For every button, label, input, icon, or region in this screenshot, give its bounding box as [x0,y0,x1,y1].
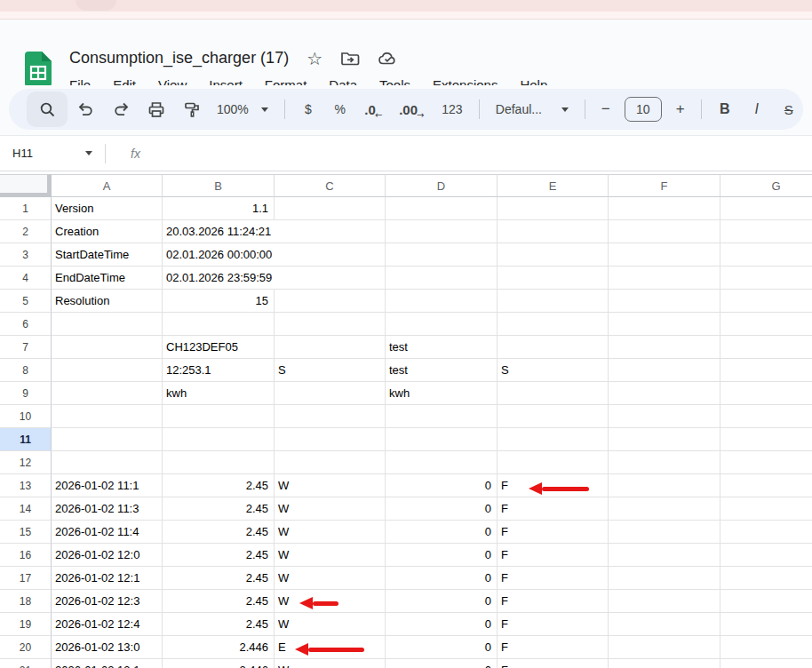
cell-B9[interactable]: kwh [163,382,275,405]
cell-B11[interactable] [163,428,275,451]
font-family-select[interactable]: Defaul... [487,102,577,116]
column-header-C[interactable]: C [275,174,386,197]
cell-C19[interactable]: W [275,613,386,636]
cell-F17[interactable] [609,567,720,590]
cell-D15[interactable]: 0 [386,521,498,544]
cell-A16[interactable]: 2026-01-02 12:0 [52,544,163,567]
select-all-corner[interactable] [0,174,52,197]
cell-D13[interactable]: 0 [386,474,498,497]
row-header-12[interactable]: 12 [0,451,52,474]
cell-C9[interactable] [275,382,386,405]
cell-E16[interactable]: F [498,544,609,567]
cell-C13[interactable]: W [275,474,386,497]
cell-D14[interactable]: 0 [386,497,498,521]
cell-D1[interactable] [386,197,498,220]
row-header-7[interactable]: 7 [0,336,52,359]
cell-C4[interactable] [275,266,386,290]
cell-G18[interactable] [720,590,812,613]
cell-G8[interactable] [720,359,812,382]
cell-E8[interactable]: S [498,359,609,382]
cell-F12[interactable] [609,451,720,474]
print-button[interactable] [139,91,174,127]
cell-D12[interactable] [386,451,498,474]
row-header-6[interactable]: 6 [0,313,52,336]
cell-D7[interactable]: test [386,336,498,359]
cell-F5[interactable] [609,290,720,313]
cell-G11[interactable] [720,428,812,451]
cell-B18[interactable]: 2.45 [163,590,275,613]
strikethrough-button[interactable]: S [773,91,803,127]
cell-C7[interactable] [275,336,386,359]
cell-G21[interactable] [720,659,812,668]
cell-A7[interactable] [52,336,163,359]
row-header-4[interactable]: 4 [0,266,52,290]
row-header-19[interactable]: 19 [0,613,52,636]
cell-D8[interactable]: test [386,359,498,382]
cell-E21[interactable]: F [498,659,609,668]
cell-D19[interactable]: 0 [386,613,498,636]
cell-B13[interactable]: 2.45 [163,474,275,497]
cell-F1[interactable] [609,197,720,220]
cell-A11[interactable] [52,428,163,451]
cell-F9[interactable] [609,382,720,405]
format-percent-button[interactable]: % [324,91,356,127]
cell-F15[interactable] [609,521,720,544]
cell-D16[interactable]: 0 [386,544,498,567]
cell-G4[interactable] [720,266,812,290]
cell-A15[interactable]: 2026-01-02 11:4 [52,521,163,544]
cell-B21[interactable]: 2.446 [163,659,275,668]
cell-F20[interactable] [609,636,720,659]
cell-A4[interactable]: EndDateTime [52,266,163,290]
cell-A12[interactable] [52,451,163,474]
cell-B15[interactable]: 2.45 [163,521,275,544]
cell-A3[interactable]: StartDateTime [52,243,163,266]
row-header-20[interactable]: 20 [0,636,52,659]
cell-C11[interactable] [275,428,386,451]
cell-C16[interactable]: W [275,544,386,567]
cell-A6[interactable] [52,313,163,336]
increase-decimal-button[interactable]: .00→ [392,91,433,127]
cell-F21[interactable] [609,659,720,668]
cell-C5[interactable] [275,290,386,313]
cell-E10[interactable] [498,405,609,428]
cloud-save-status[interactable] [378,51,399,66]
row-header-18[interactable]: 18 [0,590,52,613]
cell-E12[interactable] [498,451,609,474]
cell-B7[interactable]: CH123DEF05 [163,336,275,359]
undo-button[interactable] [68,91,103,127]
cell-B5[interactable]: 15 [163,290,275,313]
cell-E7[interactable] [498,336,609,359]
cell-A21[interactable]: 2026-01-02 13:1 [52,659,163,668]
cell-D11[interactable] [386,428,498,451]
star-button[interactable]: ☆ [306,50,322,68]
chevron-down-icon[interactable] [85,151,92,155]
cell-B2[interactable]: 20.03.2026 11:24:21 [163,220,275,243]
cell-G12[interactable] [720,451,812,474]
cell-C6[interactable] [275,313,386,336]
row-header-9[interactable]: 9 [0,382,52,405]
cell-A1[interactable]: Version [52,197,163,220]
row-header-15[interactable]: 15 [0,521,52,544]
decrease-decimal-button[interactable]: .0← [356,91,392,127]
cell-E6[interactable] [498,313,609,336]
row-header-2[interactable]: 2 [0,220,52,243]
cell-C3[interactable] [275,243,386,266]
cell-F4[interactable] [609,266,720,290]
cell-B3[interactable]: 02.01.2026 00:00:00 [163,243,275,266]
row-header-16[interactable]: 16 [0,544,52,567]
cell-B12[interactable] [163,451,275,474]
cell-G5[interactable] [720,290,812,313]
cell-D6[interactable] [386,313,498,336]
cell-B8[interactable]: 12:253.1 [163,359,275,382]
column-header-B[interactable]: B [163,174,275,197]
cell-C8[interactable]: S [275,359,386,382]
font-size-input[interactable]: 10 [625,97,662,122]
cell-F6[interactable] [609,313,720,336]
decrease-font-size-button[interactable]: − [593,100,619,118]
cell-D4[interactable] [386,266,498,290]
row-header-10[interactable]: 10 [0,405,52,428]
row-header-17[interactable]: 17 [0,567,52,590]
cell-E4[interactable] [498,266,609,290]
cell-A19[interactable]: 2026-01-02 12:4 [52,613,163,636]
cell-A10[interactable] [52,405,163,428]
